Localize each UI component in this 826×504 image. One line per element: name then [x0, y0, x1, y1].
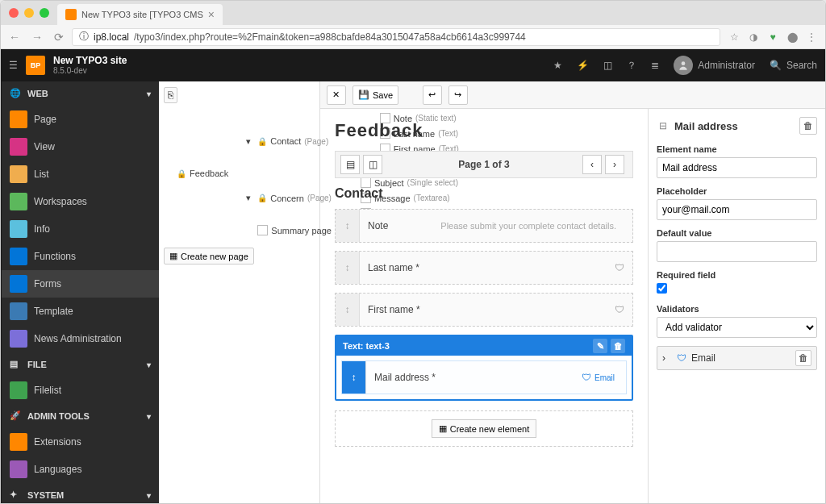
drag-handle-icon[interactable]: ↕: [336, 252, 360, 284]
add-validator-select[interactable]: Add validator: [657, 317, 817, 338]
module-item-workspaces[interactable]: Workspaces: [2, 188, 159, 215]
view-abstract-icon[interactable]: ◫: [363, 155, 382, 174]
placeholder-label: Placeholder: [657, 186, 817, 196]
module-label: Workspaces: [34, 196, 87, 207]
list-icon[interactable]: ≣: [651, 60, 659, 71]
collapse-icon[interactable]: ⊟: [657, 119, 670, 132]
group-label: FILE: [27, 360, 47, 369]
required-checkbox[interactable]: [657, 283, 667, 294]
tree-root[interactable]: 🔒Feedback: [175, 168, 230, 179]
hamburger-icon[interactable]: ☰: [9, 60, 18, 71]
delete-validator-button[interactable]: 🗑: [795, 350, 811, 366]
view-tree-icon[interactable]: ▤: [340, 155, 360, 174]
ext2-icon[interactable]: ♥: [767, 31, 778, 43]
module-group-header[interactable]: ✦SYSTEM▾: [2, 483, 159, 503]
selected-field-type: Text: text-3: [343, 341, 390, 351]
back-icon[interactable]: ←: [9, 31, 20, 44]
module-item-news-administration[interactable]: News Administration: [2, 325, 159, 352]
module-item-page[interactable]: Page: [2, 106, 159, 133]
lock-icon: 🔒: [177, 169, 186, 178]
browser-tab[interactable]: New TYPO3 site [TYPO3 CMS ×: [57, 4, 223, 25]
module-item-view[interactable]: View: [2, 133, 159, 160]
module-label: View: [34, 141, 55, 152]
module-group-header[interactable]: 🌐WEB▾: [2, 81, 159, 106]
group-icon: ▤: [10, 359, 21, 370]
drag-handle-icon[interactable]: ↕: [336, 210, 360, 242]
validator-item[interactable]: › 🛡 Email 🗑: [657, 346, 817, 370]
shield-icon: 🛡: [615, 262, 624, 273]
create-page-label: Create new page: [181, 252, 248, 261]
redo-button[interactable]: ↪: [448, 85, 468, 105]
minimize-window-button[interactable]: [24, 8, 34, 18]
placeholder-input[interactable]: [657, 199, 817, 220]
content-area: ⎘ 🔒Feedback▾🔒Contact (Page)Note (Static …: [159, 81, 825, 503]
module-item-filelist[interactable]: Filelist: [2, 377, 159, 404]
browser-extensions: ☆ ◑ ♥ ⬤ ⋮: [728, 31, 817, 43]
module-item-functions[interactable]: Functions: [2, 243, 159, 270]
clipboard-icon[interactable]: ◫: [603, 60, 612, 71]
module-item-template[interactable]: Template: [2, 298, 159, 325]
site-name: New TYPO3 site: [53, 56, 127, 66]
chevron-down-icon: ▾: [147, 412, 151, 421]
close-tab-icon[interactable]: ×: [208, 8, 215, 21]
reload-icon[interactable]: ⟳: [54, 31, 64, 44]
forward-icon[interactable]: →: [31, 31, 43, 44]
fields-list: ↕ Note Please submit your complete conta…: [335, 209, 633, 327]
page-tree-column: ⎘ 🔒Feedback▾🔒Contact (Page)Note (Static …: [159, 81, 320, 503]
ext1-icon[interactable]: ◑: [748, 31, 759, 43]
save-label: Save: [373, 90, 393, 100]
default-value-input[interactable]: [657, 241, 817, 262]
delete-field-icon[interactable]: 🗑: [611, 339, 625, 353]
tree-caret-icon[interactable]: ▾: [244, 136, 252, 147]
menu-icon[interactable]: ⋮: [806, 31, 817, 43]
default-value-label: Default value: [657, 228, 817, 238]
next-page-button[interactable]: ›: [605, 155, 624, 174]
create-new-page-button[interactable]: ▦ Create new page: [164, 248, 254, 264]
maximize-window-button[interactable]: [40, 8, 49, 18]
module-group-header[interactable]: ▤FILE▾: [2, 352, 159, 377]
user-menu[interactable]: Administrator: [674, 56, 755, 75]
tree-caret-icon[interactable]: ▾: [244, 193, 252, 203]
search-label: Search: [786, 60, 817, 71]
form-field[interactable]: ↕ First name * 🛡: [335, 293, 633, 327]
shield-icon: 🛡: [677, 352, 686, 364]
element-name-input[interactable]: [657, 157, 817, 178]
module-item-forms[interactable]: Forms: [2, 270, 159, 298]
drag-handle-icon[interactable]: ↕: [342, 361, 366, 394]
bookmark-icon[interactable]: ★: [553, 60, 562, 71]
form-field[interactable]: ↕ Last name * 🛡: [335, 251, 633, 285]
save-button[interactable]: 💾 Save: [353, 85, 398, 105]
form-field[interactable]: ↕ Note Please submit your complete conta…: [335, 209, 633, 243]
module-group-header[interactable]: 🚀ADMIN TOOLS▾: [2, 404, 159, 428]
module-item-languages[interactable]: Languages: [2, 456, 159, 483]
browser-tabbar: New TYPO3 site [TYPO3 CMS ×: [1, 1, 825, 25]
close-window-button[interactable]: [9, 8, 19, 18]
flash-icon[interactable]: ⚡: [577, 60, 589, 71]
module-item-info[interactable]: Info: [2, 215, 159, 243]
module-item-list[interactable]: List: [2, 160, 159, 188]
module-icon: [10, 220, 27, 238]
search-icon: 🔍: [770, 60, 782, 71]
drag-handle-icon[interactable]: ↕: [336, 294, 360, 326]
module-item-extensions[interactable]: Extensions: [2, 428, 159, 456]
module-icon: [10, 381, 27, 399]
help-icon[interactable]: ？: [627, 59, 636, 73]
edit-field-icon[interactable]: ✎: [593, 339, 607, 353]
search-button[interactable]: 🔍 Search: [770, 60, 817, 71]
form-editor: ✕ 💾 Save ↩ ↪ Feedback ▤ ◫: [320, 81, 825, 503]
module-icon: [10, 248, 27, 265]
ext3-icon[interactable]: ⬤: [786, 31, 798, 43]
module-label: Filelist: [34, 385, 61, 396]
create-element-button[interactable]: ▦ Create new element: [432, 419, 536, 438]
new-record-icon[interactable]: ⎘: [164, 87, 177, 103]
module-icon: [10, 330, 27, 348]
star-icon[interactable]: ☆: [728, 31, 740, 43]
address-field[interactable]: ⓘ ip8.local/typo3/index.php?route=%2Fmai…: [72, 28, 720, 46]
prev-page-button[interactable]: ‹: [582, 155, 602, 174]
delete-element-button[interactable]: 🗑: [799, 117, 817, 135]
selected-field[interactable]: Text: text-3 ✎ 🗑 ↕ Mail address *: [335, 335, 633, 401]
close-button[interactable]: ✕: [327, 85, 346, 105]
inspector-header: ⊟ Mail address 🗑: [657, 117, 817, 135]
module-icon: [10, 302, 27, 320]
undo-button[interactable]: ↩: [423, 85, 442, 105]
